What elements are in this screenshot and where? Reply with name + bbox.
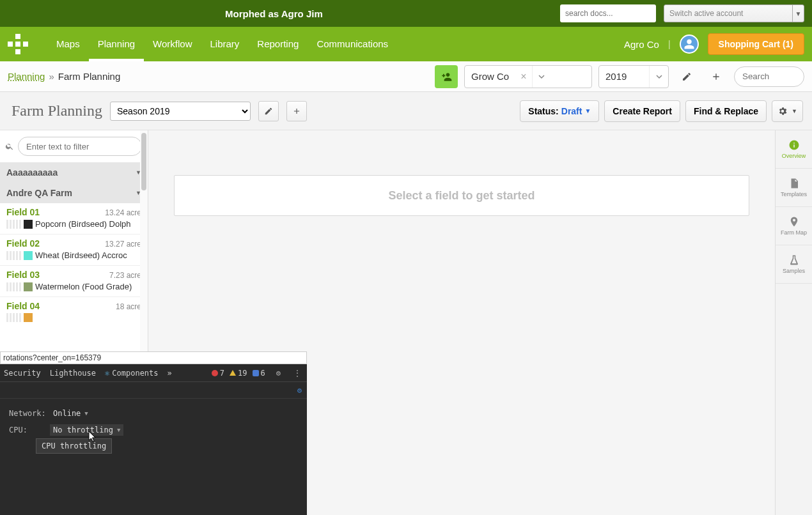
clear-grower-icon[interactable]: ×	[515, 71, 531, 82]
rotation-bars-icon	[6, 313, 21, 322]
crop-swatch	[24, 282, 33, 291]
nav-item-reporting[interactable]: Reporting	[248, 27, 308, 61]
group-aaaa[interactable]: Aaaaaaaaaa ▼	[0, 162, 148, 183]
crop-name: Popcorn (Birdseed) Dolph	[35, 219, 131, 229]
season-select[interactable]: Season 2019	[110, 102, 251, 121]
rotation-bars-icon	[6, 282, 21, 291]
mouse-cursor-icon	[88, 431, 97, 444]
rotation-bars-icon	[6, 220, 21, 229]
devtools-url-fragment: rotations?center_on=165379	[0, 351, 307, 364]
page-title: Farm Planning	[12, 102, 102, 119]
field-acre: 13.27 acre	[105, 240, 141, 249]
add-season-button[interactable]	[286, 101, 307, 121]
crop-swatch	[24, 220, 33, 229]
devtools-counters[interactable]: 7 19 6	[212, 369, 265, 378]
grower-value: Grow Co	[465, 71, 515, 82]
network-throttle-select[interactable]: Online▼	[50, 408, 91, 419]
user-avatar-icon[interactable]	[680, 35, 699, 54]
field-name: Field 04	[6, 301, 40, 311]
status-prefix: Status:	[528, 106, 558, 116]
empty-state: Select a field to get started	[174, 175, 749, 216]
nav-item-planning[interactable]: Planning	[89, 27, 144, 61]
search-docs-input[interactable]	[560, 4, 656, 22]
group-add-button[interactable]	[435, 65, 458, 88]
error-count: 7	[212, 369, 224, 378]
scrollbar-thumb[interactable]	[141, 133, 146, 190]
switch-account-dropdown[interactable]: Switch active account ▼	[664, 4, 804, 22]
nav-item-library[interactable]: Library	[201, 27, 248, 61]
chevron-down-icon: ▼	[792, 5, 804, 22]
field-name: Field 01	[6, 207, 40, 217]
field-item[interactable]: Field 0113.24 acre Popcorn (Birdseed) Do…	[0, 203, 148, 234]
year-select[interactable]: 2019	[598, 65, 669, 88]
caret-down-icon: ▼	[792, 108, 797, 114]
devtools-more-icon[interactable]: ⋮	[292, 369, 303, 378]
rotation-bars-icon	[6, 251, 21, 260]
caret-down-icon: ▼	[84, 410, 88, 417]
shopping-cart-button[interactable]: Shopping Cart (1)	[708, 33, 804, 55]
crop-swatch	[24, 313, 33, 322]
chevron-down-icon[interactable]	[649, 66, 668, 88]
cpu-throttle-select[interactable]: No throttling▼	[50, 424, 123, 436]
chevron-down-icon[interactable]	[532, 66, 551, 88]
year-value: 2019	[599, 71, 633, 82]
account-name[interactable]: Agro Co	[624, 39, 659, 50]
devtools-tab-lighthouse[interactable]: Lighthouse	[50, 369, 96, 378]
filter-input[interactable]	[18, 137, 142, 156]
devtools-subpanel-gear-icon[interactable]: ⚙	[297, 386, 302, 395]
nav-item-communications[interactable]: Communications	[308, 27, 397, 61]
status-value: Draft	[561, 106, 582, 116]
warning-count: 19	[230, 369, 247, 378]
app-logo-icon[interactable]	[8, 34, 28, 54]
devtools-tab-components[interactable]: ⚛ Components	[105, 369, 158, 378]
settings-gear-button[interactable]: ▼	[772, 100, 803, 122]
devtools-tabs-more-icon[interactable]: »	[168, 369, 172, 378]
find-replace-button[interactable]: Find & Replace	[685, 100, 767, 122]
cpu-throttle-tooltip: CPU throttling	[36, 438, 112, 454]
separator: |	[668, 39, 671, 49]
rail-label: Overview	[782, 153, 806, 159]
add-context-button[interactable]	[705, 65, 728, 88]
context-bar: Planning » Farm Planning Grow Co × 2019	[0, 61, 812, 92]
nav-item-maps[interactable]: Maps	[47, 27, 89, 61]
rail-farm-map[interactable]: Farm Map	[776, 207, 812, 245]
field-item[interactable]: Field 037.23 acre Watermelon (Food Grade…	[0, 266, 148, 297]
breadcrumb-leaf: Farm Planning	[58, 71, 121, 82]
crop-name: Wheat (Birdseed) Accroc	[35, 250, 127, 260]
rail-templates[interactable]: Templates	[776, 169, 812, 207]
nav-item-workflow[interactable]: Workflow	[144, 27, 201, 61]
group-label: Aaaaaaaaaa	[6, 167, 58, 178]
page-header: Farm Planning Season 2019 Status: Draft …	[0, 92, 812, 130]
morph-bar: Morphed as Agro Jim Switch active accoun…	[0, 0, 812, 27]
create-report-button[interactable]: Create Report	[604, 100, 680, 122]
nav-items: Maps Planning Workflow Library Reporting…	[47, 27, 397, 61]
crop-name: Watermelon (Food Grade)	[35, 282, 132, 291]
rail-overview[interactable]: Overview	[776, 130, 812, 169]
rail-label: Samples	[783, 268, 805, 274]
field-item[interactable]: Field 0213.27 acre Wheat (Birdseed) Accr…	[0, 234, 148, 266]
edit-season-button[interactable]	[258, 101, 279, 121]
grower-select[interactable]: Grow Co ×	[464, 65, 592, 88]
status-button[interactable]: Status: Draft ▼	[520, 100, 599, 122]
group-label: Andre QA Farm	[6, 188, 72, 198]
devtools-panel: rotations?center_on=165379 Security Ligh…	[0, 351, 307, 515]
cpu-label: CPU:	[9, 426, 45, 434]
breadcrumb: Planning » Farm Planning	[8, 71, 120, 82]
morph-title: Morphed as Agro Jim	[225, 8, 323, 19]
caret-down-icon: ▼	[584, 107, 591, 114]
breadcrumb-root[interactable]: Planning	[8, 71, 45, 82]
caret-down-icon: ▼	[117, 427, 120, 433]
search-icon	[5, 142, 14, 151]
edit-context-button[interactable]	[675, 65, 698, 88]
devtools-tabs: Security Lighthouse ⚛ Components » 7 19 …	[0, 364, 307, 382]
field-name: Field 03	[6, 270, 40, 280]
field-item[interactable]: Field 0418 acre	[0, 297, 148, 327]
devtools-gear-icon[interactable]: ⚙	[274, 369, 283, 378]
group-andre[interactable]: Andre QA Farm ▼	[0, 183, 148, 203]
rail-label: Templates	[781, 191, 807, 197]
rail-samples[interactable]: Samples	[776, 245, 812, 284]
field-name: Field 02	[6, 238, 40, 249]
context-search-input[interactable]	[734, 66, 804, 87]
nav-bar: Maps Planning Workflow Library Reporting…	[0, 27, 812, 61]
devtools-tab-security[interactable]: Security	[4, 369, 41, 378]
